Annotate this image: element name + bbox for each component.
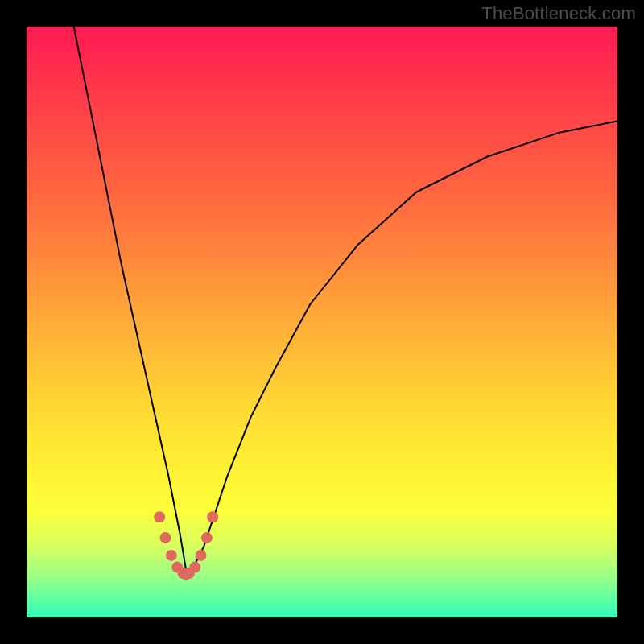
minimum-marker-dot [189, 562, 200, 573]
plot-area [27, 27, 617, 617]
bottleneck-curve [74, 27, 617, 570]
chart-frame: TheBottleneck.com [0, 0, 644, 644]
minimum-marker-dot [166, 550, 177, 561]
minimum-marker-dot [154, 511, 165, 522]
minimum-marker [154, 511, 218, 580]
watermark-text: TheBottleneck.com [481, 3, 636, 24]
minimum-marker-dot [196, 550, 207, 561]
minimum-marker-dot [160, 532, 171, 543]
minimum-marker-dot [207, 511, 218, 522]
curve-layer [27, 27, 617, 617]
minimum-marker-dot [201, 532, 213, 543]
